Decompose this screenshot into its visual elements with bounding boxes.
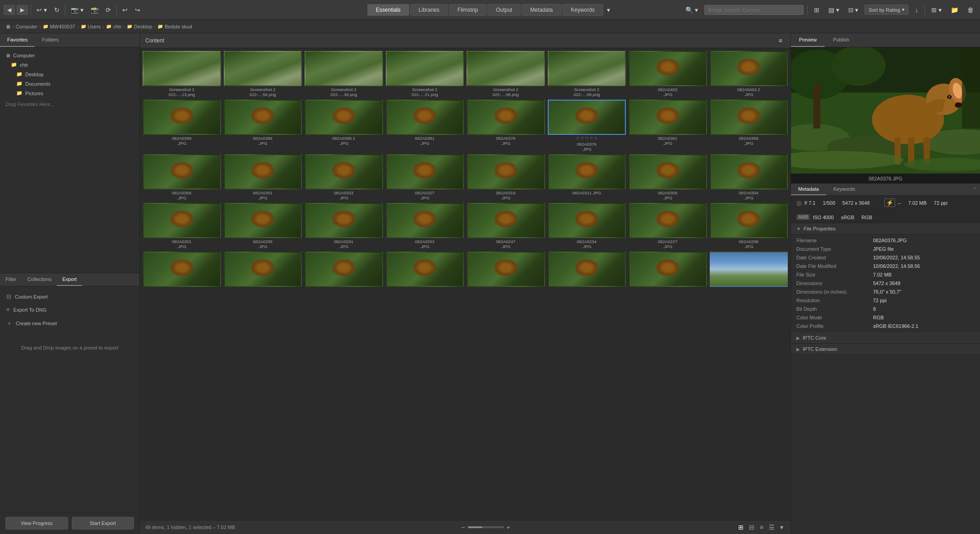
breadcrumb-users[interactable]: Users bbox=[88, 24, 101, 29]
redo-button[interactable]: ↪ bbox=[132, 5, 143, 15]
list-item[interactable]: 082A0291.JPG bbox=[305, 203, 383, 249]
list-item[interactable] bbox=[224, 252, 302, 293]
sort-dropdown[interactable]: Sort by Rating ▾ bbox=[864, 5, 909, 15]
more-tabs-button[interactable]: ▾ bbox=[604, 4, 613, 16]
file-properties-header[interactable]: ▼ File Properties bbox=[791, 223, 980, 235]
list-item[interactable]: 082A0356.JPG bbox=[143, 154, 221, 200]
tree-chtr[interactable]: 📁 chtr bbox=[0, 60, 139, 69]
list-item[interactable]: 082A0386 2.JPG bbox=[305, 100, 383, 152]
list-item[interactable]: 082A0359.JPG bbox=[710, 100, 788, 152]
zoom-in-button[interactable]: + bbox=[507, 524, 510, 531]
list-view-button[interactable]: ≡ bbox=[758, 523, 765, 532]
nav-prev-button[interactable]: ◀ bbox=[4, 5, 15, 15]
sort-direction-button[interactable]: ↓ bbox=[912, 5, 921, 15]
view-options-button[interactable]: ⊞ ▾ bbox=[929, 5, 944, 15]
list-item[interactable]: 082A0301.JPG bbox=[143, 203, 221, 249]
list-item[interactable] bbox=[305, 252, 383, 293]
list-item[interactable]: 082A0309.JPG bbox=[629, 154, 707, 200]
history-button[interactable]: ↩ ▾ bbox=[34, 5, 50, 15]
list-item[interactable]: 082A0403.JPG bbox=[629, 51, 707, 97]
custom-export-item[interactable]: ⊟ Custom Export bbox=[0, 290, 139, 303]
list-item[interactable] bbox=[710, 252, 788, 293]
undo-button[interactable]: ↩ bbox=[120, 5, 130, 15]
refresh-button[interactable]: ⟳ bbox=[103, 5, 114, 15]
list-item[interactable]: Screenshot 2022-....08.png bbox=[467, 51, 545, 97]
tab-keywords[interactable]: Keywords bbox=[562, 4, 603, 16]
export-dng-item[interactable]: ≡ Export To DNG bbox=[0, 303, 139, 316]
view-progress-button[interactable]: View Progress bbox=[5, 517, 68, 529]
tab-favorites[interactable]: Favorites bbox=[0, 33, 35, 47]
search-toggle-button[interactable]: 🔍 ▾ bbox=[683, 5, 701, 15]
tab-metadata[interactable]: Metadata bbox=[522, 4, 561, 16]
search-input[interactable] bbox=[704, 5, 804, 15]
tab-folders[interactable]: Folders bbox=[35, 33, 66, 47]
breadcrumb-chtr[interactable]: chtr bbox=[113, 24, 121, 29]
view-more-button[interactable]: ▾ bbox=[778, 523, 785, 532]
zoom-slider[interactable] bbox=[468, 526, 504, 528]
list-item[interactable]: Screenshot 2022-....08.png bbox=[548, 51, 626, 97]
delete-button[interactable]: 🗑 bbox=[965, 5, 976, 15]
breadcrumb-mw[interactable]: MW450037 bbox=[50, 24, 75, 29]
tab-libraries[interactable]: Libraries bbox=[410, 4, 448, 16]
iptc-extension-header[interactable]: ▶ IPTC Extension bbox=[791, 344, 980, 355]
grid-view-button[interactable]: ⊞ bbox=[736, 523, 745, 532]
list-item[interactable]: 082A0311.JPG bbox=[548, 154, 626, 200]
list-item[interactable]: Screenshot 2022-....56.png bbox=[224, 51, 302, 97]
nav-next-button[interactable]: ▶ bbox=[17, 5, 28, 15]
list-item-selected[interactable]: ☆ ☆ ☆ ☆ ☆ 082A0376.JPG bbox=[548, 100, 626, 152]
list-item[interactable]: 082A0351.JPG bbox=[224, 154, 302, 200]
start-export-button[interactable]: Start Export bbox=[72, 517, 134, 529]
grid2-view-button[interactable]: ⊟ bbox=[747, 523, 756, 532]
camera2-button[interactable]: 📸 bbox=[88, 5, 101, 15]
list-item[interactable]: 082A0399.JPG bbox=[143, 100, 221, 152]
list-item[interactable]: 082A0381.JPG bbox=[386, 100, 464, 152]
list-item[interactable]: Screenshot 2022-....21.png bbox=[386, 51, 464, 97]
tab-export[interactable]: Export bbox=[57, 273, 82, 286]
filter2-button[interactable]: ▤ ▾ bbox=[826, 5, 842, 15]
tab-metadata-panel[interactable]: Metadata bbox=[791, 184, 826, 195]
list-item[interactable]: 082A0208.JPG bbox=[710, 203, 788, 249]
list-item[interactable]: 082A0327.JPG bbox=[386, 154, 464, 200]
tab-collections[interactable]: Collections bbox=[22, 273, 57, 286]
list-item[interactable]: Screenshot 2022-....13.png bbox=[143, 51, 221, 97]
zoom-out-button[interactable]: − bbox=[461, 524, 465, 531]
list-item[interactable] bbox=[143, 252, 221, 293]
content-options-button[interactable]: ≡ bbox=[776, 36, 785, 45]
tab-publish[interactable]: Publish bbox=[825, 33, 857, 47]
tree-computer[interactable]: 🖥 Computer bbox=[0, 51, 139, 60]
list-item[interactable]: 082A0234.JPG bbox=[548, 203, 626, 249]
list-item[interactable] bbox=[467, 252, 545, 293]
tab-filter[interactable]: Filter bbox=[0, 273, 22, 286]
tab-preview[interactable]: Preview bbox=[791, 33, 825, 47]
list-item[interactable]: 082A0386.JPG bbox=[224, 100, 302, 152]
list-item[interactable] bbox=[629, 252, 707, 293]
list-item[interactable]: 082A0403 2.JPG bbox=[710, 51, 788, 97]
breadcrumb-desktop[interactable]: Desktop bbox=[134, 24, 152, 29]
filter-button[interactable]: ⊞ bbox=[811, 5, 822, 15]
list-item[interactable]: 082A0378.JPG bbox=[467, 100, 545, 152]
tab-keywords-panel[interactable]: Keywords bbox=[826, 184, 862, 195]
list-item[interactable]: Screenshot 2022-....38.png bbox=[305, 51, 383, 97]
tree-documents[interactable]: 📁 Documents bbox=[0, 79, 139, 88]
list-item[interactable]: 082A0253.JPG bbox=[386, 203, 464, 249]
detail-view-button[interactable]: ☰ bbox=[767, 523, 777, 532]
list-item[interactable]: 082A0227.JPG bbox=[629, 203, 707, 249]
list-item[interactable]: 082A0296.JPG bbox=[224, 203, 302, 249]
metadata-options-button[interactable]: ≡ bbox=[970, 184, 980, 195]
tree-pictures[interactable]: 📁 Pictures bbox=[0, 88, 139, 98]
list-item[interactable]: 082A0319.JPG bbox=[467, 154, 545, 200]
list-item[interactable]: 082A0361.JPG bbox=[629, 100, 707, 152]
tree-desktop[interactable]: 📁 Desktop bbox=[0, 69, 139, 79]
list-item[interactable] bbox=[548, 252, 626, 293]
new-folder-button[interactable]: 📁 bbox=[948, 5, 961, 15]
create-preset-item[interactable]: ＋ Create new Preset bbox=[0, 316, 139, 331]
sort-view-button[interactable]: ⊟ ▾ bbox=[846, 5, 861, 15]
list-item[interactable]: 082A0333.JPG bbox=[305, 154, 383, 200]
breadcrumb-bedste[interactable]: Bedste skud bbox=[165, 24, 192, 29]
list-item[interactable]: 082A0247.JPG bbox=[467, 203, 545, 249]
breadcrumb-home-icon[interactable]: 🖥 bbox=[5, 24, 10, 29]
list-item[interactable] bbox=[386, 252, 464, 293]
rotate-button[interactable]: ↻ bbox=[51, 5, 62, 15]
tab-output[interactable]: Output bbox=[487, 4, 521, 16]
breadcrumb-computer[interactable]: Computer bbox=[16, 24, 37, 29]
